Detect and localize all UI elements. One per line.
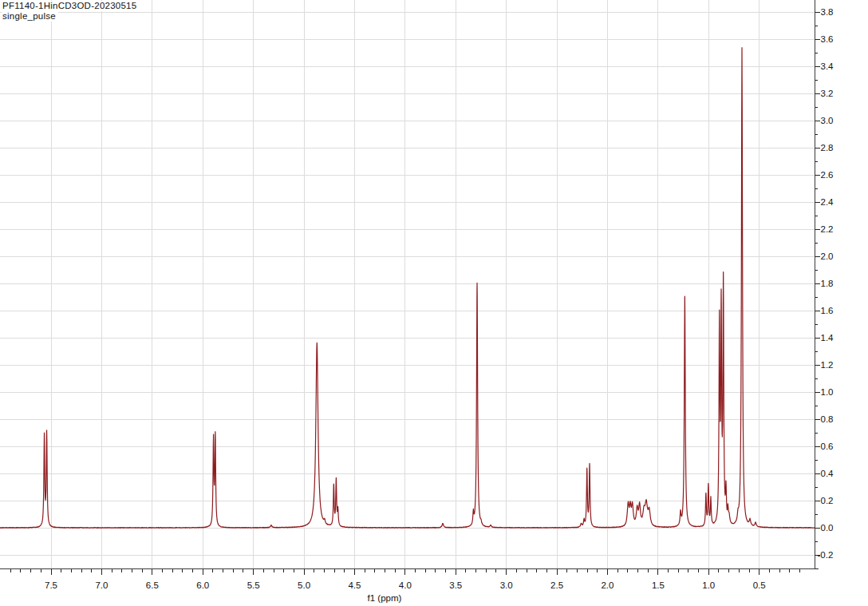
x-tick-label: 2.0 (601, 580, 614, 590)
x-tick-label: 3.5 (449, 580, 462, 590)
spectrum-title: PF1140-1HinCD3OD-20230515 (2, 1, 139, 11)
x-axis-title: f1 (ppm) (368, 593, 402, 603)
x-tick-label: 7.5 (45, 580, 57, 590)
x-tick-label: 4.0 (399, 580, 412, 590)
x-tick-label: 2.5 (550, 580, 563, 590)
pulse-sequence-label: single_pulse (2, 11, 58, 22)
y-tick-label: 2.2 (821, 224, 834, 234)
y-tick-label: 0.0 (821, 523, 834, 533)
y-tick-label: 0.8 (821, 414, 834, 424)
x-tick-label: 1.5 (652, 580, 665, 590)
y-tick-label: 3.0 (821, 116, 834, 125)
y-tick-label: 3.6 (821, 34, 834, 44)
y-tick-label: 0.4 (821, 469, 834, 478)
x-axis-tick-labels: 7.57.06.56.05.55.04.54.03.53.02.52.01.51… (45, 580, 766, 590)
y-tick-label: 2.6 (821, 170, 834, 180)
nmr-software-window: 7.57.06.56.05.55.04.54.03.53.02.52.01.51… (0, 0, 868, 606)
y-axis-tick-labels: 3.83.63.43.23.02.82.62.42.22.01.81.61.41… (818, 7, 834, 560)
y-tick-label: -0.2 (818, 550, 834, 560)
x-tick-label: 4.5 (348, 580, 361, 590)
x-tick-label: 1.0 (702, 580, 715, 590)
title-block: PF1140-1HinCD3OD-20230515 single_pulse (2, 1, 139, 22)
y-tick-label: 0.6 (821, 442, 834, 451)
y-tick-label: 2.4 (821, 197, 834, 207)
x-tick-label: 3.0 (500, 580, 513, 590)
x-tick-label: 5.5 (247, 580, 260, 590)
x-tick-label: 5.0 (298, 580, 310, 590)
y-tick-label: 3.4 (821, 61, 834, 71)
y-tick-label: 0.2 (821, 496, 834, 505)
x-tick-label: 7.0 (95, 580, 108, 590)
y-tick-label: 2.8 (821, 143, 834, 152)
y-tick-label: 3.2 (821, 89, 834, 98)
nmr-spectrum-trace (0, 48, 815, 529)
x-tick-label: 6.0 (196, 580, 209, 590)
y-tick-label: 1.8 (821, 279, 834, 288)
nmr-spectrum-plot: 7.57.06.56.05.55.04.54.03.53.02.52.01.51… (0, 0, 868, 606)
y-tick-label: 3.8 (821, 7, 834, 17)
axis-lines (0, 0, 819, 569)
y-tick-label: 1.4 (821, 333, 834, 343)
y-tick-label: 2.0 (821, 252, 834, 261)
axis-ticks (10, 12, 819, 575)
x-tick-label: 6.5 (146, 580, 159, 590)
x-tick-label: 0.5 (753, 580, 766, 590)
y-tick-label: 1.0 (821, 387, 834, 397)
y-tick-label: 1.2 (821, 360, 834, 370)
y-tick-label: 1.6 (821, 306, 834, 315)
grid-lines (0, 0, 815, 568)
